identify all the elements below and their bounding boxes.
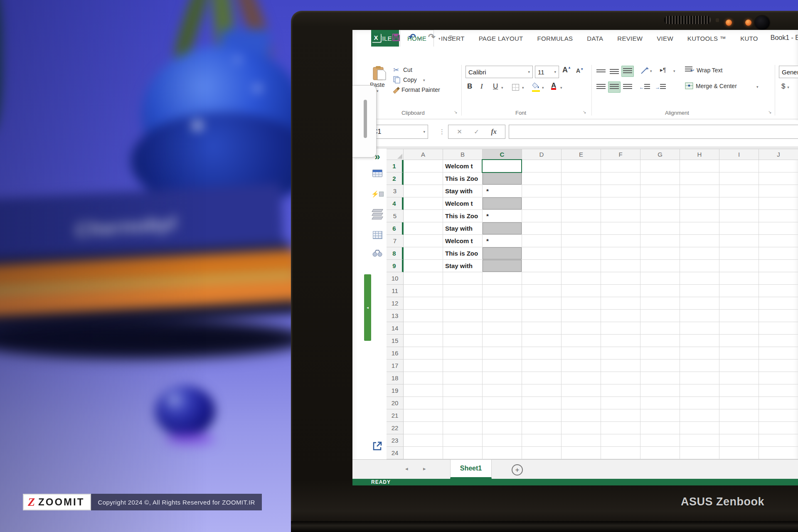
cell-H2[interactable] — [680, 172, 719, 185]
cancel-icon[interactable]: ✕ — [457, 128, 462, 135]
row-header-21[interactable]: 21 — [387, 409, 404, 422]
row-header-13[interactable]: 13 — [387, 310, 404, 322]
cell-C18[interactable] — [483, 372, 522, 384]
cell-E9[interactable] — [562, 260, 601, 272]
cell-E17[interactable] — [562, 360, 601, 372]
cell-I17[interactable] — [719, 360, 759, 372]
active-cell-C1[interactable] — [482, 159, 522, 173]
cell-B16[interactable] — [443, 347, 483, 360]
cell-A20[interactable] — [404, 397, 443, 409]
font-color-dropdown-icon[interactable]: ▾ — [560, 86, 562, 90]
cell-E6[interactable] — [562, 222, 601, 235]
merge-center-icon[interactable] — [685, 82, 693, 91]
row-header-1[interactable]: 1 — [387, 160, 404, 172]
cell-G12[interactable] — [640, 297, 680, 310]
cell-D6[interactable] — [522, 222, 562, 235]
cell-D12[interactable] — [522, 297, 562, 310]
column-header-I[interactable]: I — [719, 149, 759, 160]
undo-dropdown-icon[interactable]: ▾ — [419, 37, 421, 41]
copy-dropdown-icon[interactable]: ▾ — [423, 78, 425, 82]
cell-B3[interactable]: Stay with — [443, 185, 483, 197]
cell-E21[interactable] — [562, 409, 601, 422]
cell-H15[interactable] — [680, 335, 719, 347]
cell-B11[interactable] — [443, 285, 483, 297]
tab-kutools-[interactable]: KUTOOLS ™ — [680, 30, 733, 47]
cell-A22[interactable] — [404, 422, 443, 434]
cell-B9[interactable]: Stay with — [443, 260, 483, 272]
cell-I20[interactable] — [719, 397, 759, 409]
tab-view[interactable]: VIEW — [650, 30, 680, 47]
cell-G2[interactable] — [640, 172, 680, 185]
quick-action-icon[interactable]: ⚡ — [371, 188, 384, 200]
cell-E5[interactable] — [562, 210, 601, 222]
currency-button[interactable]: $ ▾ — [781, 82, 789, 91]
cell-B4[interactable]: Welcom t — [443, 197, 483, 210]
cell-B20[interactable] — [443, 397, 483, 409]
cell-E15[interactable] — [562, 335, 601, 347]
cell-E7[interactable] — [562, 235, 601, 247]
cell-I16[interactable] — [719, 347, 759, 360]
cell-I21[interactable] — [719, 409, 759, 422]
cell-A6[interactable] — [404, 222, 443, 235]
cell-A8[interactable] — [404, 247, 443, 260]
cell-H6[interactable] — [680, 222, 719, 235]
cell-A5[interactable] — [404, 210, 443, 222]
cell-J21[interactable] — [759, 409, 798, 422]
row-header-9[interactable]: 9 — [387, 260, 404, 272]
cell-H3[interactable] — [680, 185, 719, 197]
cell-G20[interactable] — [640, 397, 680, 409]
cell-G9[interactable] — [640, 260, 680, 272]
cell-E8[interactable] — [562, 247, 601, 260]
row-header-6[interactable]: 6 — [387, 222, 404, 235]
cell-H18[interactable] — [680, 372, 719, 384]
row-header-22[interactable]: 22 — [387, 422, 404, 434]
cell-D1[interactable] — [522, 160, 562, 172]
row-header-24[interactable]: 24 — [387, 447, 404, 459]
cell-B8[interactable]: This is Zoo — [443, 247, 483, 260]
cell-F17[interactable] — [601, 360, 640, 372]
row-header-20[interactable]: 20 — [387, 397, 404, 409]
cell-C20[interactable] — [483, 397, 522, 409]
row-header-18[interactable]: 18 — [387, 372, 404, 384]
cell-E13[interactable] — [562, 310, 601, 322]
cell-B21[interactable] — [443, 409, 483, 422]
cell-G17[interactable] — [640, 360, 680, 372]
font-size-select[interactable]: 11▾ — [535, 66, 559, 78]
tab-data[interactable]: DATA — [580, 30, 610, 47]
cell-B13[interactable] — [443, 310, 483, 322]
orientation-icon[interactable] — [640, 66, 649, 76]
binoculars-icon[interactable] — [371, 247, 384, 259]
cell-H1[interactable] — [680, 160, 719, 172]
cell-J4[interactable] — [759, 197, 798, 210]
align-bottom-button[interactable] — [621, 66, 634, 77]
cell-A9[interactable] — [404, 260, 443, 272]
cell-H21[interactable] — [680, 409, 719, 422]
row-header-17[interactable]: 17 — [387, 360, 404, 372]
row-header-4[interactable]: 4 — [387, 197, 404, 210]
cell-D2[interactable] — [522, 172, 562, 185]
cell-B6[interactable]: Stay with — [443, 222, 483, 235]
cell-C10[interactable] — [483, 272, 522, 285]
cell-D23[interactable] — [522, 434, 562, 447]
cell-F24[interactable] — [601, 447, 640, 459]
cell-G19[interactable] — [640, 384, 680, 397]
cell-F1[interactable] — [601, 160, 640, 172]
name-box-splitter-icon[interactable]: ⋮ — [439, 128, 445, 135]
cell-D24[interactable] — [522, 447, 562, 459]
column-header-D[interactable]: D — [522, 149, 562, 160]
cell-F14[interactable] — [601, 322, 640, 335]
cell-H12[interactable] — [680, 297, 719, 310]
alignment-dialog-launcher-icon[interactable]: ↘ — [768, 110, 771, 114]
cell-I24[interactable] — [719, 447, 759, 459]
cell-C8[interactable] — [483, 247, 522, 260]
wrap-text-icon[interactable]: ↩ — [685, 66, 696, 74]
cell-B10[interactable] — [443, 272, 483, 285]
cell-I22[interactable] — [719, 422, 759, 434]
cell-C11[interactable] — [483, 285, 522, 297]
cell-A10[interactable] — [404, 272, 443, 285]
cell-J13[interactable] — [759, 310, 798, 322]
cell-C17[interactable] — [483, 360, 522, 372]
cell-A16[interactable] — [404, 347, 443, 360]
cell-J7[interactable] — [759, 235, 798, 247]
cell-A19[interactable] — [404, 384, 443, 397]
